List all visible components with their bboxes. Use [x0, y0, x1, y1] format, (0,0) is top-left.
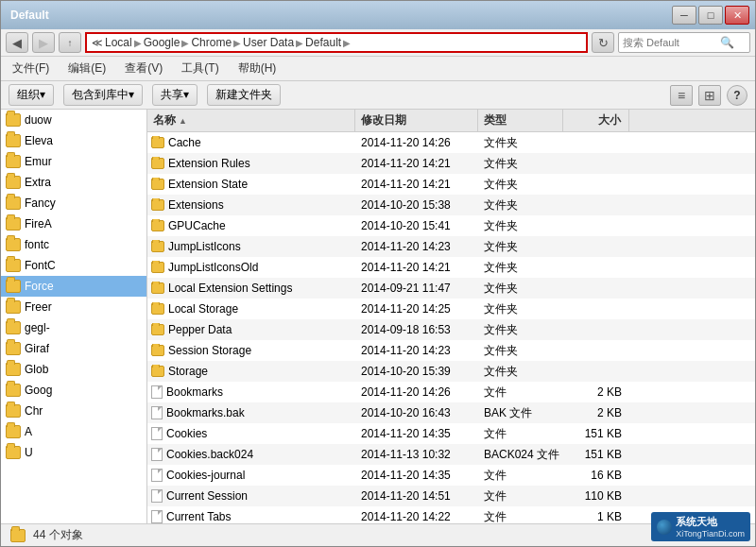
sidebar-item-force[interactable]: Force [1, 276, 146, 297]
share-label: 共享▾ [161, 87, 189, 103]
organize-button[interactable]: 组织▾ [9, 84, 54, 106]
watermark-line2: XiTongTianDi.com [676, 529, 745, 538]
file-date-cell: 2014-11-20 14:23 [355, 240, 478, 253]
status-bar: 44 个对象 [1, 523, 755, 546]
folder-icon [151, 282, 164, 294]
close-button[interactable]: ✕ [725, 6, 749, 25]
sidebar-item-firea[interactable]: FireA [1, 214, 146, 234]
file-name: Extension Rules [168, 157, 250, 170]
refresh-button[interactable]: ↻ [592, 32, 614, 53]
col-header-date[interactable]: 修改日期 [355, 110, 478, 131]
file-name-cell: Storage [147, 365, 355, 378]
file-name-cell: Cookies [147, 427, 355, 440]
sidebar-label: Emur [25, 155, 52, 168]
file-date-cell: 2014-11-20 14:21 [355, 178, 478, 191]
table-row[interactable]: Extensions 2014-10-20 15:38 文件夹 [147, 195, 755, 215]
table-row[interactable]: Local Extension Settings 2014-09-21 11:4… [147, 278, 755, 299]
menu-tools[interactable]: 工具(T) [178, 59, 222, 78]
sidebar-item-a[interactable]: A [1, 421, 146, 442]
menu-view[interactable]: 查看(V) [121, 59, 166, 78]
maximize-button[interactable]: □ [698, 6, 723, 25]
file-size-cell: 2 KB [563, 406, 629, 419]
sidebar-item-u[interactable]: U [1, 442, 146, 463]
menu-bar: 文件(F) 编辑(E) 查看(V) 工具(T) 帮助(H) [1, 57, 755, 81]
table-row[interactable]: GPUCache 2014-10-20 15:41 文件夹 [147, 215, 755, 236]
folder-icon [6, 238, 21, 251]
table-row[interactable]: Cookies.back024 2014-11-13 10:32 BACK024… [147, 444, 755, 465]
table-row[interactable]: Pepper Data 2014-09-18 16:53 文件夹 [147, 319, 755, 340]
sidebar-item-emur[interactable]: Emur [1, 151, 146, 172]
watermark-line1: 系统天地 [676, 515, 745, 529]
file-type-cell: BACK024 文件 [478, 447, 563, 463]
table-row[interactable]: JumpListIconsOld 2014-11-20 14:21 文件夹 [147, 257, 755, 278]
sidebar-item-eleva[interactable]: Eleva [1, 130, 146, 151]
sidebar-label: Fancy [25, 197, 56, 210]
up-button[interactable]: ↑ [59, 32, 81, 53]
file-date-cell: 2014-11-20 14:23 [355, 344, 478, 357]
sidebar-label: duow [25, 113, 52, 127]
table-row[interactable]: Bookmarks.bak 2014-10-20 16:43 BAK 文件 2 … [147, 402, 755, 423]
table-row[interactable]: JumpListIcons 2014-11-20 14:23 文件夹 [147, 236, 755, 257]
table-row[interactable]: Storage 2014-10-20 15:39 文件夹 [147, 361, 755, 382]
file-name: Pepper Data [168, 323, 232, 336]
table-row[interactable]: Bookmarks 2014-11-20 14:26 文件 2 KB [147, 382, 755, 402]
menu-edit[interactable]: 编辑(E) [64, 59, 110, 78]
file-name-cell: Cache [147, 136, 355, 149]
minimize-button[interactable]: ─ [672, 6, 696, 25]
view-toggle-button[interactable]: ≡ [670, 85, 693, 106]
include-library-button[interactable]: 包含到库中▾ [63, 84, 143, 106]
new-folder-button[interactable]: 新建文件夹 [207, 84, 281, 106]
file-name-cell: Extensions [147, 198, 355, 212]
table-row[interactable]: Extension State 2014-11-20 14:21 文件夹 [147, 174, 755, 195]
breadcrumb-userdata: User Data [243, 36, 294, 49]
search-input[interactable] [623, 37, 717, 48]
file-name-cell: Current Tabs [147, 510, 355, 523]
sidebar-item-freer[interactable]: Freer [1, 297, 146, 317]
forward-button[interactable]: ▶ [32, 32, 55, 53]
menu-file[interactable]: 文件(F) [9, 59, 53, 78]
back-button[interactable]: ◀ [6, 32, 28, 53]
table-row[interactable]: Cookies-journal 2014-11-20 14:35 文件 16 K… [147, 465, 755, 486]
include-label: 包含到库中▾ [72, 87, 134, 103]
file-name: Storage [168, 365, 208, 378]
file-name: Cookies [166, 427, 207, 440]
sidebar-item-giraf[interactable]: Giraf [1, 338, 146, 359]
sidebar-item-glob[interactable]: Glob [1, 359, 146, 380]
file-name-cell: Local Extension Settings [147, 282, 355, 295]
col-header-size[interactable]: 大小 [563, 110, 629, 131]
menu-help[interactable]: 帮助(H) [234, 59, 281, 78]
sidebar-item-gegl[interactable]: gegl- [1, 317, 146, 338]
col-header-name[interactable]: 名称 ▲ [147, 110, 355, 131]
folder-icon [6, 197, 21, 210]
table-row[interactable]: Extension Rules 2014-11-20 14:21 文件夹 [147, 153, 755, 174]
table-row[interactable]: Current Session 2014-11-20 14:51 文件 110 … [147, 486, 755, 506]
table-row[interactable]: Session Storage 2014-11-20 14:23 文件夹 [147, 340, 755, 361]
sidebar-item-chr[interactable]: Chr [1, 401, 146, 421]
sidebar-label: Force [25, 280, 54, 293]
search-box[interactable]: 🔍 [618, 32, 750, 53]
sidebar-item-fontc2[interactable]: FontC [1, 255, 146, 276]
sidebar-item-fontc1[interactable]: fontc [1, 234, 146, 255]
column-header: 名称 ▲ 修改日期 类型 大小 [147, 110, 755, 132]
col-header-type[interactable]: 类型 [478, 110, 563, 131]
folder-icon [151, 262, 164, 273]
view-layout-button[interactable]: ⊞ [698, 85, 721, 106]
help-button[interactable]: ? [727, 85, 747, 106]
table-row[interactable]: Cache 2014-11-20 14:26 文件夹 [147, 132, 755, 153]
file-name-cell: Cookies-journal [147, 469, 355, 482]
sidebar-item-extra[interactable]: Extra [1, 172, 146, 193]
sidebar-item-goog[interactable]: Goog [1, 380, 146, 401]
file-type-cell: 文件 [478, 426, 563, 442]
table-row[interactable]: Local Storage 2014-11-20 14:25 文件夹 [147, 299, 755, 319]
file-date-cell: 2014-11-20 14:22 [355, 510, 478, 523]
file-list: Cache 2014-11-20 14:26 文件夹 Extension Rul… [147, 132, 755, 523]
table-row[interactable]: Cookies 2014-11-20 14:35 文件 151 KB [147, 423, 755, 444]
sidebar-item-fancy[interactable]: Fancy [1, 193, 146, 214]
sep1: ▶ [134, 38, 142, 48]
file-size-cell: 110 KB [563, 489, 629, 503]
folder-icon [6, 321, 21, 334]
file-date-cell: 2014-10-20 15:38 [355, 198, 478, 212]
breadcrumb-box[interactable]: ≪ Local ▶ Google ▶ Chrome ▶ User Data ▶ … [85, 32, 588, 53]
sidebar-item-duow[interactable]: duow [1, 110, 146, 130]
share-button[interactable]: 共享▾ [152, 84, 198, 106]
